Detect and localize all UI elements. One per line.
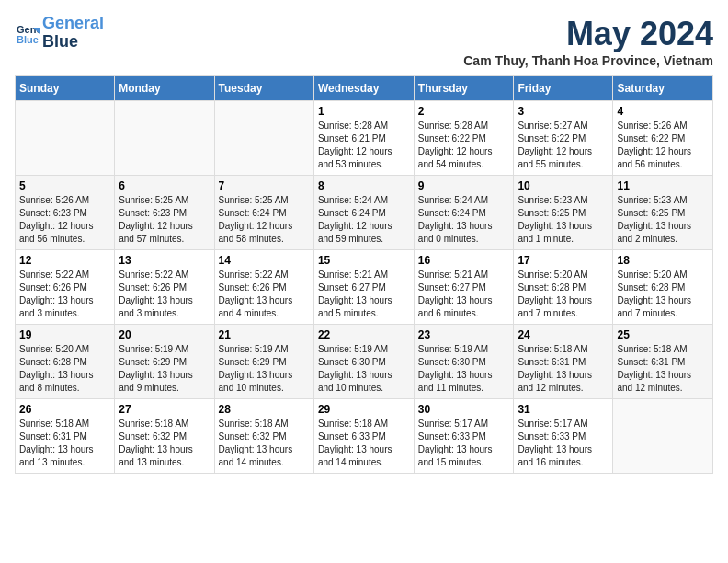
- day-number: 22: [318, 328, 410, 341]
- calendar-table: SundayMondayTuesdayWednesdayThursdayFrid…: [15, 75, 713, 474]
- day-number: 17: [518, 254, 609, 267]
- day-info: Sunrise: 5:22 AM Sunset: 6:26 PM Dayligh…: [119, 269, 210, 320]
- day-info: Sunrise: 5:26 AM Sunset: 6:22 PM Dayligh…: [617, 120, 709, 171]
- day-info: Sunrise: 5:18 AM Sunset: 6:33 PM Dayligh…: [318, 418, 410, 469]
- month-title: May 2024: [463, 15, 713, 53]
- weekday-header: Monday: [115, 76, 214, 101]
- calendar-cell: [115, 101, 214, 176]
- day-info: Sunrise: 5:23 AM Sunset: 6:25 PM Dayligh…: [617, 194, 709, 246]
- day-info: Sunrise: 5:18 AM Sunset: 6:31 PM Dayligh…: [518, 343, 609, 395]
- calendar-cell: 18Sunrise: 5:20 AM Sunset: 6:28 PM Dayli…: [613, 250, 713, 325]
- day-info: Sunrise: 5:20 AM Sunset: 6:28 PM Dayligh…: [19, 343, 110, 395]
- calendar-cell: [613, 399, 713, 474]
- day-info: Sunrise: 5:24 AM Sunset: 6:24 PM Dayligh…: [318, 194, 410, 246]
- day-info: Sunrise: 5:19 AM Sunset: 6:30 PM Dayligh…: [318, 343, 410, 395]
- weekday-header: Friday: [514, 76, 613, 101]
- day-number: 25: [617, 328, 709, 341]
- day-info: Sunrise: 5:18 AM Sunset: 6:32 PM Dayligh…: [219, 418, 310, 469]
- day-number: 24: [518, 328, 609, 341]
- calendar-cell: 2Sunrise: 5:28 AM Sunset: 6:22 PM Daylig…: [414, 101, 514, 176]
- day-info: Sunrise: 5:21 AM Sunset: 6:27 PM Dayligh…: [418, 269, 510, 320]
- day-number: 16: [418, 254, 510, 267]
- weekday-header: Thursday: [414, 76, 514, 101]
- calendar-week-row: 5Sunrise: 5:26 AM Sunset: 6:23 PM Daylig…: [16, 176, 713, 250]
- day-number: 7: [219, 179, 310, 192]
- day-info: Sunrise: 5:23 AM Sunset: 6:25 PM Dayligh…: [518, 194, 609, 246]
- calendar-cell: 17Sunrise: 5:20 AM Sunset: 6:28 PM Dayli…: [514, 250, 613, 325]
- day-info: Sunrise: 5:22 AM Sunset: 6:26 PM Dayligh…: [219, 269, 310, 320]
- day-number: 27: [119, 403, 210, 416]
- day-info: Sunrise: 5:25 AM Sunset: 6:24 PM Dayligh…: [219, 194, 310, 246]
- svg-text:Blue: Blue: [17, 34, 39, 45]
- day-info: Sunrise: 5:28 AM Sunset: 6:22 PM Dayligh…: [418, 120, 510, 171]
- calendar-cell: 26Sunrise: 5:18 AM Sunset: 6:31 PM Dayli…: [16, 399, 115, 474]
- day-number: 8: [318, 179, 410, 192]
- calendar-cell: 16Sunrise: 5:21 AM Sunset: 6:27 PM Dayli…: [414, 250, 514, 325]
- day-info: Sunrise: 5:19 AM Sunset: 6:30 PM Dayligh…: [418, 343, 510, 395]
- day-number: 9: [418, 179, 510, 192]
- calendar-cell: 14Sunrise: 5:22 AM Sunset: 6:26 PM Dayli…: [214, 250, 313, 325]
- calendar-cell: 5Sunrise: 5:26 AM Sunset: 6:23 PM Daylig…: [16, 176, 115, 250]
- day-number: 30: [418, 403, 510, 416]
- calendar-cell: [214, 101, 313, 176]
- logo-text: GeneralBlue: [42, 15, 104, 52]
- day-info: Sunrise: 5:22 AM Sunset: 6:26 PM Dayligh…: [19, 269, 110, 320]
- weekday-header: Sunday: [16, 76, 115, 101]
- day-number: 26: [19, 403, 110, 416]
- calendar-cell: 7Sunrise: 5:25 AM Sunset: 6:24 PM Daylig…: [214, 176, 313, 250]
- day-number: 6: [119, 179, 210, 192]
- day-number: 11: [617, 179, 709, 192]
- day-number: 14: [219, 254, 310, 267]
- calendar-cell: 10Sunrise: 5:23 AM Sunset: 6:25 PM Dayli…: [514, 176, 613, 250]
- day-info: Sunrise: 5:18 AM Sunset: 6:31 PM Dayligh…: [19, 418, 110, 469]
- day-info: Sunrise: 5:24 AM Sunset: 6:24 PM Dayligh…: [418, 194, 510, 246]
- day-info: Sunrise: 5:19 AM Sunset: 6:29 PM Dayligh…: [219, 343, 310, 395]
- calendar-cell: [16, 101, 115, 176]
- day-number: 23: [418, 328, 510, 341]
- calendar-cell: 30Sunrise: 5:17 AM Sunset: 6:33 PM Dayli…: [414, 399, 514, 474]
- calendar-cell: 25Sunrise: 5:18 AM Sunset: 6:31 PM Dayli…: [613, 325, 713, 399]
- day-number: 19: [19, 328, 110, 341]
- day-number: 4: [617, 105, 709, 118]
- day-info: Sunrise: 5:27 AM Sunset: 6:22 PM Dayligh…: [518, 120, 609, 171]
- day-info: Sunrise: 5:18 AM Sunset: 6:32 PM Dayligh…: [119, 418, 210, 469]
- calendar-cell: 24Sunrise: 5:18 AM Sunset: 6:31 PM Dayli…: [514, 325, 613, 399]
- title-block: May 2024 Cam Thuy, Thanh Hoa Province, V…: [463, 15, 713, 68]
- page-header: General Blue GeneralBlue May 2024 Cam Th…: [15, 15, 713, 68]
- calendar-week-row: 1Sunrise: 5:28 AM Sunset: 6:21 PM Daylig…: [16, 101, 713, 176]
- day-number: 10: [518, 179, 609, 192]
- calendar-cell: 12Sunrise: 5:22 AM Sunset: 6:26 PM Dayli…: [16, 250, 115, 325]
- day-number: 18: [617, 254, 709, 267]
- day-number: 21: [219, 328, 310, 341]
- calendar-cell: 9Sunrise: 5:24 AM Sunset: 6:24 PM Daylig…: [414, 176, 514, 250]
- day-number: 28: [219, 403, 310, 416]
- day-info: Sunrise: 5:21 AM Sunset: 6:27 PM Dayligh…: [318, 269, 410, 320]
- calendar-cell: 27Sunrise: 5:18 AM Sunset: 6:32 PM Dayli…: [115, 399, 214, 474]
- day-info: Sunrise: 5:25 AM Sunset: 6:23 PM Dayligh…: [119, 194, 210, 246]
- day-info: Sunrise: 5:26 AM Sunset: 6:23 PM Dayligh…: [19, 194, 110, 246]
- day-number: 5: [19, 179, 110, 192]
- weekday-header: Saturday: [613, 76, 713, 101]
- day-info: Sunrise: 5:20 AM Sunset: 6:28 PM Dayligh…: [518, 269, 609, 320]
- day-info: Sunrise: 5:18 AM Sunset: 6:31 PM Dayligh…: [617, 343, 709, 395]
- location-subtitle: Cam Thuy, Thanh Hoa Province, Vietnam: [463, 53, 713, 68]
- calendar-cell: 22Sunrise: 5:19 AM Sunset: 6:30 PM Dayli…: [313, 325, 414, 399]
- calendar-cell: 29Sunrise: 5:18 AM Sunset: 6:33 PM Dayli…: [313, 399, 414, 474]
- calendar-cell: 13Sunrise: 5:22 AM Sunset: 6:26 PM Dayli…: [115, 250, 214, 325]
- logo-icon: General Blue: [15, 20, 40, 46]
- calendar-week-row: 12Sunrise: 5:22 AM Sunset: 6:26 PM Dayli…: [16, 250, 713, 325]
- day-number: 31: [518, 403, 609, 416]
- calendar-cell: 31Sunrise: 5:17 AM Sunset: 6:33 PM Dayli…: [514, 399, 613, 474]
- day-number: 13: [119, 254, 210, 267]
- calendar-cell: 3Sunrise: 5:27 AM Sunset: 6:22 PM Daylig…: [514, 101, 613, 176]
- calendar-header-row: SundayMondayTuesdayWednesdayThursdayFrid…: [16, 76, 713, 101]
- calendar-cell: 6Sunrise: 5:25 AM Sunset: 6:23 PM Daylig…: [115, 176, 214, 250]
- day-number: 29: [318, 403, 410, 416]
- day-number: 12: [19, 254, 110, 267]
- calendar-cell: 28Sunrise: 5:18 AM Sunset: 6:32 PM Dayli…: [214, 399, 313, 474]
- calendar-cell: 1Sunrise: 5:28 AM Sunset: 6:21 PM Daylig…: [313, 101, 414, 176]
- day-number: 20: [119, 328, 210, 341]
- day-number: 15: [318, 254, 410, 267]
- calendar-cell: 23Sunrise: 5:19 AM Sunset: 6:30 PM Dayli…: [414, 325, 514, 399]
- day-number: 3: [518, 105, 609, 118]
